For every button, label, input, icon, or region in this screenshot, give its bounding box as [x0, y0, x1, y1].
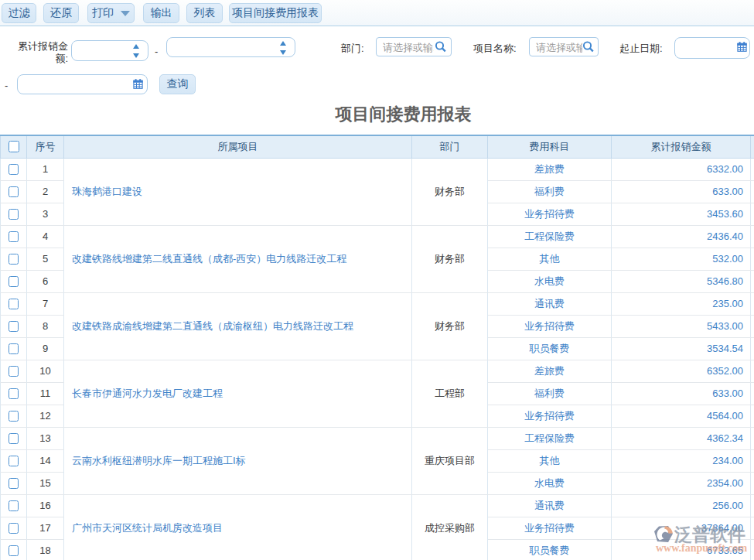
svg-text:www.fanpusoft.com: www.fanpusoft.com: [656, 542, 748, 554]
